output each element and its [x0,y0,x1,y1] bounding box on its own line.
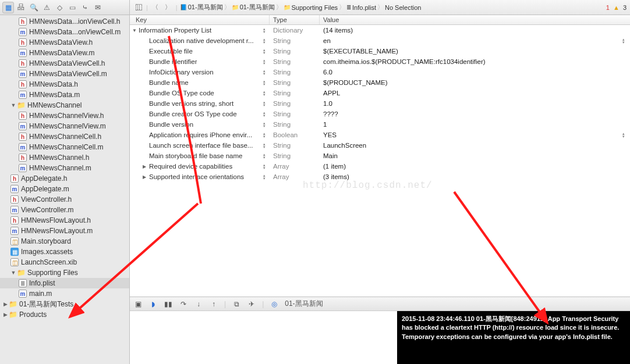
file-HMNewsChannel.m[interactable]: mHMNewsChannel.m [0,163,129,173]
project-navigator-icon[interactable]: ▦ [2,2,14,13]
plist-row[interactable]: ▶Supported interface orientations▴▾Array… [130,172,630,182]
file-main.m[interactable]: mmain.m [0,288,129,299]
crumb-0[interactable]: 📘 01-黑马新闻 [180,3,223,12]
step-in-icon[interactable]: ↓ [194,300,203,308]
file-HMNewsChannelView.h[interactable]: hHMNewsChannelView.h [0,110,129,121]
crumb-2[interactable]: 📁 Supporting Files [284,4,338,11]
crumb-4[interactable]: No Selection [385,4,421,11]
issue-navigator-icon[interactable]: ⚠ [41,2,52,13]
file-HMNewsChannelCell.h[interactable]: hHMNewsChannelCell.h [0,131,129,142]
breakpoints-icon[interactable]: ◗ [148,300,158,308]
plist-editor[interactable]: ▼Information Property List▴▾Dictionary(1… [130,25,630,297]
stepper-icon[interactable]: ▴▾ [261,78,267,87]
file-Info.plist[interactable]: ≣Info.plist [0,278,129,288]
file-HMNewsChannel[interactable]: ▼📁HMNewsChannel [0,100,129,110]
plist-row[interactable]: Bundle OS Type code▴▾StringAPPL [130,88,630,98]
m-icon: m [19,164,27,172]
file-HMNewsData...ionViewCell.h[interactable]: hHMNewsData...ionViewCell.h [0,16,129,27]
file-HMNewsData...onViewCell.m[interactable]: mHMNewsData...onViewCell.m [0,27,129,37]
file-HMNewsData.h[interactable]: hHMNewsData.h [0,79,129,90]
plist-row[interactable]: Bundle identifier▴▾Stringcom.itheima.ios… [130,56,630,67]
stepper-icon[interactable]: ▴▾ [261,58,267,66]
variables-view[interactable] [130,311,397,364]
location-icon[interactable]: ✈ [247,300,256,308]
file-ViewController.m[interactable]: mViewController.m [0,205,129,215]
stepper-icon[interactable]: ▴▾ [621,37,627,45]
breakpoint-navigator-icon[interactable]: ⤷ [79,2,91,13]
console-output[interactable]: 2015-11-08 23:44:46.110 01-黑马新闻[848:2491… [397,311,630,364]
warning-icon[interactable]: ▲ [613,4,620,11]
hide-debug-icon[interactable]: ▣ [133,300,143,308]
stepper-icon[interactable]: ▴▾ [261,26,267,34]
stepper-icon[interactable]: ▴▾ [261,152,267,160]
file-HMNewsFlowLayout.h[interactable]: hHMNewsFlowLayout.h [0,215,129,226]
related-items-icon[interactable]: ⿲ [133,2,144,13]
file-HMNewsDataViewCell.m[interactable]: mHMNewsDataViewCell.m [0,69,129,79]
view-debug-icon[interactable]: ⧉ [232,300,241,308]
test-navigator-icon[interactable]: ◇ [54,2,65,13]
plist-row[interactable]: Bundle name▴▾String$(PRODUCT_NAME) [130,77,630,88]
error-count[interactable]: 1 [606,4,610,11]
symbol-navigator-icon[interactable]: 品 [15,2,27,13]
plist-row[interactable]: ▼Information Property List▴▾Dictionary(1… [130,25,630,35]
stepper-icon[interactable]: ▴▾ [261,173,267,181]
file-HMNewsFlowLayout.m[interactable]: mHMNewsFlowLayout.m [0,226,129,236]
file-HMNewsChannelCell.m[interactable]: mHMNewsChannelCell.m [0,142,129,152]
plist-row[interactable]: ▶Required device capabilities▴▾Array(1 i… [130,161,630,172]
file-01-黑马新闻Tests[interactable]: ▶📁01-黑马新闻Tests [0,299,129,309]
stepper-icon[interactable]: ▴▾ [261,37,267,45]
file-tree[interactable]: hHMNewsData...ionViewCell.hmHMNewsData..… [0,15,129,364]
plist-row[interactable]: Executable file▴▾String$(EXECUTABLE_NAME… [130,46,630,56]
stepper-icon[interactable]: ▴▾ [261,162,267,170]
file-HMNewsDataViewCell.h[interactable]: hHMNewsDataViewCell.h [0,58,129,69]
breadcrumb[interactable]: 📘 01-黑马新闻〉📁 01-黑马新闻〉📁 Supporting Files〉≣… [180,3,422,12]
stepper-icon[interactable]: ▴▾ [261,110,267,118]
column-key[interactable]: Key [130,15,270,24]
column-value[interactable]: Value [320,15,630,24]
stepper-icon[interactable]: ▴▾ [261,120,267,129]
file-HMNewsDataView.h[interactable]: hHMNewsDataView.h [0,37,129,48]
plist-row[interactable]: Bundle version▴▾String1 [130,119,630,130]
file-HMNewsDataView.m[interactable]: mHMNewsDataView.m [0,48,129,58]
step-out-icon[interactable]: ↑ [209,300,218,308]
report-navigator-icon[interactable]: ✉ [92,2,104,13]
stepper-icon[interactable]: ▴▾ [261,141,267,149]
plist-row[interactable]: Bundle versions string, short▴▾String1.0 [130,98,630,109]
forward-icon[interactable]: 〉 [163,2,174,13]
debug-navigator-icon[interactable]: ▭ [66,2,78,13]
stepper-icon[interactable]: ▴▾ [261,99,267,108]
stepper-icon[interactable]: ▴▾ [261,131,267,139]
file-Products[interactable]: ▶📁Products [0,309,129,320]
file-HMNewsChannel.h[interactable]: hHMNewsChannel.h [0,152,129,163]
plist-row[interactable]: Launch screen interface file base...▴▾St… [130,140,630,151]
file-AppDelegate.m[interactable]: mAppDelegate.m [0,184,129,194]
plist-row[interactable]: Application requires iPhone envir...▴▾Bo… [130,130,630,140]
back-icon[interactable]: 〈 [150,2,161,13]
step-over-icon[interactable]: ↷ [179,300,188,308]
column-type[interactable]: Type [270,15,320,24]
debug-target[interactable]: 01-黑马新闻 [285,299,323,309]
file-ViewController.h[interactable]: hViewController.h [0,194,129,205]
jump-bar[interactable]: ⿲ | 〈 〉 | 📘 01-黑马新闻〉📁 01-黑马新闻〉📁 Supporti… [130,0,630,15]
plist-row[interactable]: Localization native development r...▴▾St… [130,35,630,46]
crumb-3[interactable]: ≣ Info.plist [346,4,376,11]
file-HMNewsChannelView.m[interactable]: mHMNewsChannelView.m [0,121,129,131]
h-icon: h [19,17,27,26]
plist-row[interactable]: Main storyboard file base name▴▾StringMa… [130,151,630,161]
file-Main.storyboard[interactable]: ◫Main.storyboard [0,236,129,247]
stepper-icon[interactable]: ▴▾ [621,131,627,139]
stepper-icon[interactable]: ▴▾ [261,47,267,55]
file-LaunchScreen.xib[interactable]: ◫LaunchScreen.xib [0,257,129,267]
file-Images.xcassets[interactable]: ▦Images.xcassets [0,247,129,257]
stepper-icon[interactable]: ▴▾ [261,89,267,97]
search-navigator-icon[interactable]: 🔍 [28,2,40,13]
file-AppDelegate.h[interactable]: hAppDelegate.h [0,173,129,184]
file-HMNewsData.m[interactable]: mHMNewsData.m [0,90,129,100]
pause-icon[interactable]: ▮▮ [164,300,173,308]
plist-row[interactable]: InfoDictionary version▴▾String6.0 [130,67,630,77]
stepper-icon[interactable]: ▴▾ [261,68,267,76]
plist-row[interactable]: Bundle creator OS Type code▴▾String???? [130,109,630,119]
file-Supporting Files[interactable]: ▼📁Supporting Files [0,267,129,278]
m-icon: m [19,122,27,130]
crumb-1[interactable]: 📁 01-黑马新闻 [232,3,275,12]
